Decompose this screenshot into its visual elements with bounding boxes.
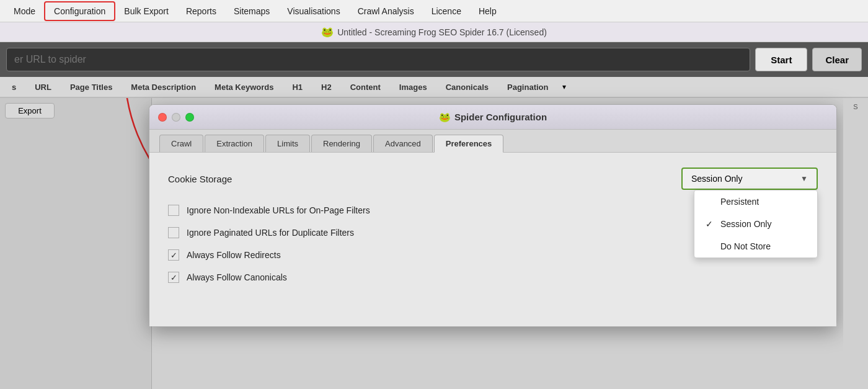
url-input[interactable] xyxy=(6,48,750,71)
checkbox-always-follow-redirects[interactable]: ✓ xyxy=(168,249,179,261)
right-panel: S xyxy=(843,98,868,389)
check-session-only: ✓ xyxy=(706,219,715,229)
dialog-body: Cookie Storage Session Only ▼ Persistent xyxy=(149,153,836,326)
dialog-tab-limits[interactable]: Limits xyxy=(265,135,310,152)
tab-meta-keywords[interactable]: Meta Keywords xyxy=(205,78,283,96)
dialog-titlebar: 🐸 Spider Configuration xyxy=(149,105,836,130)
menu-item-crawl-analysis[interactable]: Crawl Analysis xyxy=(349,2,423,20)
tab-pagination[interactable]: Pagination xyxy=(498,78,557,96)
title-bar: 🐸 Untitled - Screaming Frog SEO Spider 1… xyxy=(0,22,868,42)
tab-url[interactable]: URL xyxy=(25,78,61,96)
menu-item-configuration[interactable]: Configuration xyxy=(44,1,115,21)
traffic-lights xyxy=(158,113,194,122)
url-bar: Start Clear xyxy=(0,42,868,77)
tab-images[interactable]: Images xyxy=(390,78,436,96)
dropdown-option-persistent[interactable]: Persistent xyxy=(694,190,817,213)
tab-row: s URL Page Titles Meta Description Meta … xyxy=(0,77,868,98)
start-button[interactable]: Start xyxy=(755,48,807,71)
cookie-storage-dropdown-menu: Persistent ✓ Session Only Do Not Store xyxy=(694,190,818,258)
dropdown-option-do-not-store[interactable]: Do Not Store xyxy=(694,235,817,257)
dialog-tabs: Crawl Extraction Limits Rendering Advanc… xyxy=(149,130,836,153)
tab-meta-description[interactable]: Meta Description xyxy=(122,78,205,96)
dialog-tab-crawl[interactable]: Crawl xyxy=(159,135,203,152)
dialog-tab-extraction[interactable]: Extraction xyxy=(205,135,264,152)
traffic-light-minimize[interactable] xyxy=(172,113,180,122)
tab-page-titles[interactable]: Page Titles xyxy=(61,78,122,96)
export-button[interactable]: Export xyxy=(5,103,55,118)
content-area: Export 🐸 Spider Configuration Cr xyxy=(0,98,868,389)
tab-canonicals[interactable]: Canonicals xyxy=(436,78,498,96)
dialog-tab-preferences[interactable]: Preferences xyxy=(434,135,503,153)
checkbox-label-ignore-non-indexable: Ignore Non-Indexable URLs for On-Page Fi… xyxy=(187,205,370,215)
dialog-frog-icon: 🐸 xyxy=(439,112,451,123)
tab-h2[interactable]: H2 xyxy=(312,78,341,96)
check-do-not-store xyxy=(706,241,715,251)
traffic-light-maximize[interactable] xyxy=(185,113,194,122)
checkbox-label-always-follow-canonicals: Always Follow Canonicals xyxy=(187,272,287,282)
tab-s[interactable]: s xyxy=(2,78,25,96)
dialog-title: 🐸 Spider Configuration xyxy=(439,112,547,123)
left-panel: Export xyxy=(0,98,152,389)
cookie-storage-label: Cookie Storage xyxy=(168,174,232,184)
tab-content[interactable]: Content xyxy=(341,78,390,96)
clear-button[interactable]: Clear xyxy=(812,48,862,71)
frog-icon: 🐸 xyxy=(321,26,334,38)
tab-h1[interactable]: H1 xyxy=(283,78,312,96)
checkbox-always-follow-canonicals[interactable]: ✓ xyxy=(168,272,179,283)
traffic-light-close[interactable] xyxy=(158,113,167,122)
cookie-storage-row: Cookie Storage Session Only ▼ Persistent xyxy=(168,168,818,190)
cookie-storage-value: Session Only xyxy=(691,174,742,184)
check-persistent xyxy=(706,197,715,207)
window-title: Untitled - Screaming Frog SEO Spider 16.… xyxy=(337,27,547,37)
checkbox-label-always-follow-redirects: Always Follow Redirects xyxy=(187,250,281,260)
menu-item-bulk-export[interactable]: Bulk Export xyxy=(115,2,177,20)
checkbox-ignore-non-indexable[interactable] xyxy=(168,205,179,216)
menu-item-licence[interactable]: Licence xyxy=(423,2,470,20)
menu-item-sitemaps[interactable]: Sitemaps xyxy=(225,2,278,20)
menu-item-visualisations[interactable]: Visualisations xyxy=(278,2,348,20)
dropdown-arrow-icon: ▼ xyxy=(800,174,808,183)
cookie-storage-dropdown-container: Session Only ▼ Persistent ✓ Session Only xyxy=(681,168,818,190)
menu-item-help[interactable]: Help xyxy=(470,2,505,20)
dropdown-option-session-only[interactable]: ✓ Session Only xyxy=(694,213,817,235)
menu-bar: Mode Configuration Bulk Export Reports S… xyxy=(0,0,868,22)
menu-item-reports[interactable]: Reports xyxy=(177,2,225,20)
dialog-tab-rendering[interactable]: Rendering xyxy=(311,135,372,152)
dialog-tab-advanced[interactable]: Advanced xyxy=(373,135,433,152)
menu-item-mode[interactable]: Mode xyxy=(5,2,44,20)
checkbox-row-always-follow-canonicals: ✓ Always Follow Canonicals xyxy=(168,272,818,283)
spider-configuration-dialog: 🐸 Spider Configuration Crawl Extraction … xyxy=(149,104,837,327)
tab-overflow-chevron[interactable]: ▾ xyxy=(557,79,571,95)
cookie-storage-dropdown[interactable]: Session Only ▼ xyxy=(681,168,818,190)
checkbox-ignore-paginated[interactable] xyxy=(168,227,179,238)
checkbox-label-ignore-paginated: Ignore Paginated URLs for Duplicate Filt… xyxy=(187,228,354,238)
